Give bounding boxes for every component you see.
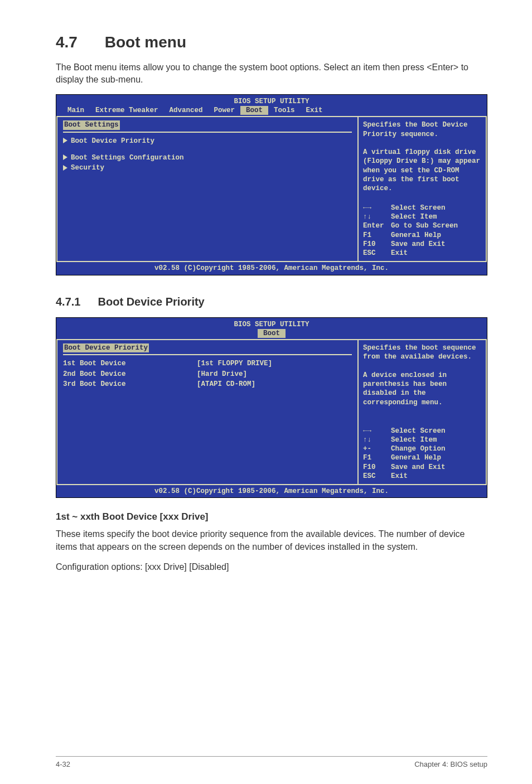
pane-title: Boot Device Priority bbox=[63, 343, 149, 352]
bios-left-pane: Boot Device Priority 1st Boot Device[1st… bbox=[56, 340, 359, 485]
bios-tab-bar: Main Extreme Tweaker Advanced Power Boot… bbox=[56, 106, 487, 117]
key: F10 bbox=[363, 463, 391, 472]
bios-help-pane: Specifies the boot sequence from the ava… bbox=[359, 340, 487, 485]
config-options: Configuration options: [xxx Drive] [Disa… bbox=[56, 561, 487, 573]
key-desc: Go to Sub Screen bbox=[391, 221, 458, 230]
key-desc: Select Screen bbox=[391, 427, 446, 435]
submenu-arrow-icon bbox=[63, 138, 67, 143]
tab-boot[interactable]: Boot bbox=[240, 106, 268, 115]
section-number: 4.7 bbox=[56, 33, 100, 51]
bios-screenshot-2: BIOS SETUP UTILITY Boot Boot Device Prio… bbox=[56, 317, 487, 499]
tab-boot[interactable]: Boot bbox=[258, 329, 286, 338]
submenu-arrow-icon bbox=[63, 154, 67, 160]
divider bbox=[63, 132, 352, 133]
key-desc: Exit bbox=[391, 472, 408, 481]
tab-exit[interactable]: Exit bbox=[301, 106, 328, 115]
submenu-arrow-icon bbox=[63, 165, 67, 171]
key-desc: Select Item bbox=[391, 435, 437, 444]
pane-title: Boot Settings bbox=[63, 120, 120, 129]
key: F1 bbox=[363, 453, 391, 462]
key-legend: ←→Select Screen ↑↓Select Item +-Change O… bbox=[363, 427, 481, 481]
tab-tools[interactable]: Tools bbox=[268, 106, 301, 115]
chapter-label: Chapter 4: BIOS setup bbox=[414, 760, 487, 768]
tab-power[interactable]: Power bbox=[209, 106, 241, 115]
key: ESC bbox=[363, 249, 391, 258]
key: ↑↓ bbox=[363, 212, 391, 221]
help-text: Specifies the boot sequence from the ava… bbox=[363, 343, 481, 407]
key-desc: Exit bbox=[391, 249, 408, 258]
key: ↑↓ bbox=[363, 435, 391, 444]
key-desc: Select Item bbox=[391, 212, 437, 221]
boot-device-row-1[interactable]: 1st Boot Device[1st FLOPPY DRIVE] bbox=[63, 359, 352, 369]
bios-tab-bar: Boot bbox=[56, 329, 487, 340]
key: ←→ bbox=[363, 204, 391, 212]
bios-copyright: v02.58 (C)Copyright 1985-2006, American … bbox=[56, 262, 487, 274]
page-number: 4-32 bbox=[56, 760, 70, 768]
section-title: Boot menu bbox=[105, 33, 186, 51]
boot-device-row-2[interactable]: 2nd Boot Device[Hard Drive] bbox=[63, 369, 352, 379]
menu-item-boot-settings-config[interactable]: Boot Settings Configuration bbox=[63, 153, 352, 163]
page-footer: 4-32 Chapter 4: BIOS setup bbox=[56, 756, 487, 768]
bios-title: BIOS SETUP UTILITY bbox=[56, 95, 487, 106]
key-desc: Change Option bbox=[391, 444, 446, 453]
key: F1 bbox=[363, 231, 391, 240]
key: F10 bbox=[363, 240, 391, 249]
item-heading: 1st ~ xxth Boot Device [xxx Drive] bbox=[56, 511, 487, 522]
boot-device-row-3[interactable]: 3rd Boot Device[ATAPI CD-ROM] bbox=[63, 379, 352, 389]
key-desc: Select Screen bbox=[391, 204, 446, 212]
divider bbox=[63, 354, 352, 355]
subsection-number: 4.7.1 bbox=[56, 296, 95, 308]
item-description: These items specify the boot device prio… bbox=[56, 528, 487, 553]
bios-help-pane: Specifies the Boot Device Priority seque… bbox=[359, 117, 487, 262]
menu-item-boot-device-priority[interactable]: Boot Device Priority bbox=[63, 136, 352, 146]
bios-title: BIOS SETUP UTILITY bbox=[56, 318, 487, 329]
key-desc: Save and Exit bbox=[391, 240, 446, 249]
bios-left-pane: Boot Settings Boot Device Priority Boot … bbox=[56, 117, 359, 262]
tab-main[interactable]: Main bbox=[62, 106, 90, 115]
key-desc: General Help bbox=[391, 453, 441, 462]
subsection-title: Boot Device Priority bbox=[98, 296, 205, 308]
key: Enter bbox=[363, 221, 391, 230]
key: ESC bbox=[363, 472, 391, 481]
intro-paragraph: The Boot menu items allow you to change … bbox=[56, 61, 487, 86]
subsection-heading: 4.7.1 Boot Device Priority bbox=[56, 296, 487, 308]
tab-extreme-tweaker[interactable]: Extreme Tweaker bbox=[90, 106, 164, 115]
key: +- bbox=[363, 444, 391, 453]
key: ←→ bbox=[363, 427, 391, 435]
key-desc: Save and Exit bbox=[391, 463, 446, 472]
key-desc: General Help bbox=[391, 231, 441, 240]
section-heading: 4.7 Boot menu bbox=[56, 33, 487, 51]
tab-advanced[interactable]: Advanced bbox=[164, 106, 209, 115]
bios-screenshot-1: BIOS SETUP UTILITY Main Extreme Tweaker … bbox=[56, 94, 487, 275]
key-legend: ←→Select Screen ↑↓Select Item EnterGo to… bbox=[363, 204, 481, 258]
help-text: Specifies the Boot Device Priority seque… bbox=[363, 120, 481, 193]
menu-item-security[interactable]: Security bbox=[63, 163, 352, 173]
bios-copyright: v02.58 (C)Copyright 1985-2006, American … bbox=[56, 485, 487, 497]
